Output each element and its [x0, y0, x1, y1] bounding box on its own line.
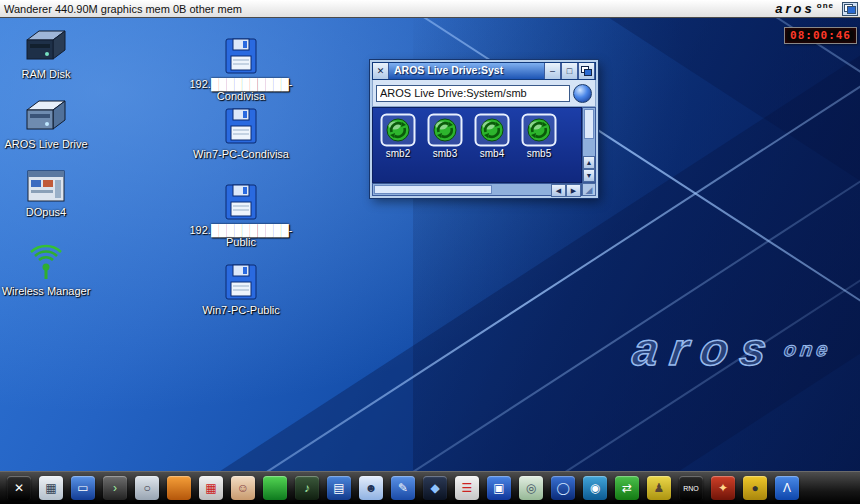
network-share-icon [521, 113, 557, 147]
red-game-dock-icon[interactable]: ✦ [711, 476, 735, 500]
text-editor-dock-icon[interactable]: ✎ [391, 476, 415, 500]
aros-app-dock-icon[interactable]: Λ [775, 476, 799, 500]
clock-widget: 08:00:46 [784, 27, 857, 44]
desktop-icon-share-win7-condivisa[interactable]: Win7-PC-Condivisa [182, 106, 300, 160]
zoom-button[interactable]: □ [561, 63, 578, 79]
network-share-icon [427, 113, 463, 147]
boing-x-dock-icon[interactable]: ✕ [7, 476, 31, 500]
scroll-left-button[interactable]: ◀ [551, 184, 566, 197]
floppy-disk-icon [221, 36, 261, 76]
logo-main-text: aros [629, 322, 782, 376]
search-find-dock-icon[interactable]: ○ [135, 476, 159, 500]
dopus-window-icon [26, 168, 66, 204]
desktop-icon-label: Wireless Manager [0, 285, 92, 297]
floppy-disk-icon [221, 106, 261, 146]
ram-disk-icon [23, 28, 69, 66]
desktop-icon-label: RAM Disk [0, 68, 92, 80]
calculator-dock-icon[interactable]: ▦ [199, 476, 223, 500]
world-browser-dock-icon[interactable]: ◉ [583, 476, 607, 500]
depth-square-back [847, 6, 856, 14]
aros-one-logo-small: arosone [775, 1, 834, 16]
vertical-scrollbar[interactable]: ▲ ▼ [582, 107, 596, 183]
amistart-dock-icon[interactable]: ☻ [359, 476, 383, 500]
arcade-games-dock-icon[interactable]: ● [743, 476, 767, 500]
smb-share-item[interactable]: smb2 [377, 113, 419, 177]
desktop-icon-dopus4[interactable]: DOpus4 [0, 168, 92, 218]
dock: ✕▦▭›○▦☺♪▤☻✎◆☰▣◎◯◉⇄♟RNO✦●Λ [0, 471, 860, 504]
smb-share-item[interactable]: smb4 [471, 113, 513, 177]
paint-app-dock-icon[interactable]: ☺ [231, 476, 255, 500]
desktop-icon-label: 192.██████████-Condivisa [182, 78, 300, 102]
rno-player-dock-icon[interactable]: RNO [679, 476, 703, 500]
cd-burner-dock-icon[interactable]: ◎ [519, 476, 543, 500]
shell-terminal-dock-icon[interactable]: › [103, 476, 127, 500]
media-player-dock-icon[interactable]: ♪ [295, 476, 319, 500]
vertical-scroll-track[interactable] [583, 108, 595, 156]
minimize-button[interactable]: – [544, 63, 561, 79]
horizontal-scrollbar[interactable]: ◀ ▶ [372, 183, 582, 196]
green-orb-app-dock-icon[interactable] [263, 476, 287, 500]
aros-one-logo-desktop: aros one [629, 322, 835, 376]
floppy-disk-icon [221, 182, 261, 222]
logo-sub-text: one [817, 1, 834, 10]
scroll-up-button[interactable]: ▲ [583, 156, 595, 169]
smb-share-item[interactable]: smb5 [518, 113, 560, 177]
smb-share-label: smb2 [386, 148, 410, 159]
path-bar [372, 80, 596, 107]
desktop-icon-ram-disk[interactable]: RAM Disk [0, 28, 92, 80]
file-window: ✕ AROS Live Drive:Syst – □ smb2 [370, 60, 598, 198]
screen-display-dock-icon[interactable]: ▭ [71, 476, 95, 500]
smb-share-label: smb5 [527, 148, 551, 159]
network-share-icon [380, 113, 416, 147]
logo-main-text: aros [775, 1, 814, 16]
desktop-icon-label: Win7-PC-Public [182, 304, 300, 316]
dark-utility-dock-icon[interactable]: ◆ [423, 476, 447, 500]
desktop-icon-share-condivisa-ip[interactable]: 192.██████████-Condivisa [182, 36, 300, 102]
desktop-icon-label: Win7-PC-Condivisa [182, 148, 300, 160]
vertical-scroll-thumb[interactable] [584, 109, 594, 139]
network-globe-dock-icon[interactable]: ◯ [551, 476, 575, 500]
disk-tool-dock-icon[interactable]: ▤ [327, 476, 351, 500]
close-button[interactable]: ✕ [373, 63, 389, 79]
desktop-icon-label: DOpus4 [0, 206, 92, 218]
volume-orb-icon[interactable] [573, 84, 592, 103]
path-input[interactable] [376, 85, 570, 102]
depth-button[interactable] [578, 63, 595, 79]
scroll-down-button[interactable]: ▼ [583, 169, 595, 182]
yellow-game-dock-icon[interactable]: ♟ [647, 476, 671, 500]
drive-icon [23, 98, 69, 136]
screen-depth-gadget[interactable] [842, 2, 858, 16]
web-browser-dock-icon[interactable] [167, 476, 191, 500]
desktop-icon-share-win7-public[interactable]: Win7-PC-Public [182, 262, 300, 316]
menubar[interactable]: Wanderer 440.90M graphics mem 0B other m… [0, 0, 860, 18]
smb-share-label: smb4 [480, 148, 504, 159]
smb-share-label: smb3 [433, 148, 457, 159]
wireless-icon [26, 243, 66, 283]
notes-document-dock-icon[interactable]: ☰ [455, 476, 479, 500]
sync-tool-dock-icon[interactable]: ⇄ [615, 476, 639, 500]
scroll-right-button[interactable]: ▶ [566, 184, 581, 197]
floppy-disk-icon [221, 262, 261, 302]
network-share-icon [474, 113, 510, 147]
desktop-icon-label: AROS Live Drive [0, 138, 92, 150]
window-app-dock-icon[interactable]: ▣ [487, 476, 511, 500]
horizontal-scroll-thumb[interactable] [374, 185, 492, 194]
desktop-icon-label: 192.██████████-Public [182, 224, 300, 248]
prefs-grid-dock-icon[interactable]: ▦ [39, 476, 63, 500]
depth-icon [584, 69, 592, 76]
window-title: AROS Live Drive:Syst [389, 63, 544, 79]
smb-share-item[interactable]: smb3 [424, 113, 466, 177]
desktop-icon-wireless-manager[interactable]: Wireless Manager [0, 243, 92, 297]
file-list: smb2 smb3 [372, 107, 582, 183]
window-titlebar[interactable]: ✕ AROS Live Drive:Syst – □ [372, 62, 596, 80]
desktop-icon-share-public-ip[interactable]: 192.██████████-Public [182, 182, 300, 248]
menubar-status: Wanderer 440.90M graphics mem 0B other m… [4, 3, 242, 15]
logo-sub-text: one [783, 338, 834, 361]
resize-grip[interactable]: ◢ [582, 183, 596, 196]
horizontal-scroll-track[interactable] [373, 184, 551, 195]
desktop-icon-aros-live-drive[interactable]: AROS Live Drive [0, 98, 92, 150]
